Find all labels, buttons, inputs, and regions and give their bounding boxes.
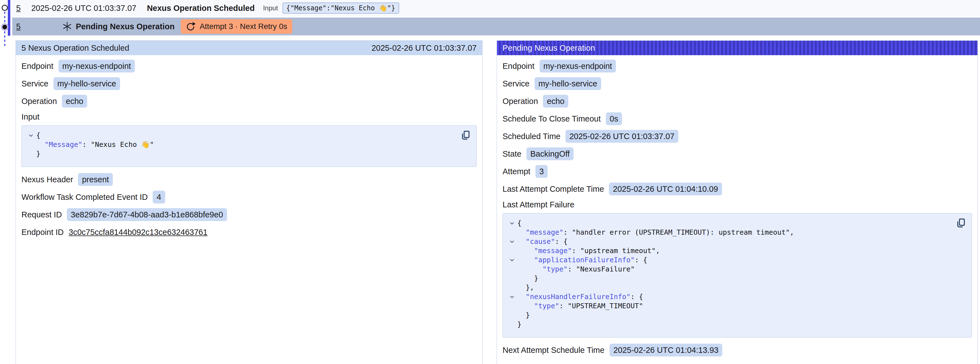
event-open-dot-icon: [2, 5, 8, 11]
field-value-badge: 3e829b7e-7d67-4b08-aad3-b1e868bfe9e0: [67, 208, 227, 221]
panel-body: Endpointmy-nexus-endpointServicemy-hello…: [16, 55, 482, 239]
event-input-label: Input: [263, 4, 278, 12]
code-text: {: [36, 131, 40, 139]
json-key: "Message": [45, 140, 82, 148]
event-title: Nexus Operation Scheduled: [147, 4, 255, 13]
field-label: Workflow Task Completed Event ID: [21, 193, 148, 202]
panel-pending-nexus-operation: Pending Nexus Operation Endpointmy-nexus…: [497, 40, 978, 364]
field-label: Input: [21, 112, 477, 121]
code-line: "Message": "Nexus Echo 👋": [25, 140, 457, 149]
json-key: "message": [534, 247, 572, 255]
field-attempt: Attempt3: [503, 165, 972, 178]
field-value-badge: 4: [153, 191, 165, 203]
field-label: Endpoint ID: [21, 228, 64, 237]
json-key: "cause": [526, 238, 555, 246]
field-state: StateBackingOff: [503, 147, 972, 160]
panel-header-pending: Pending Nexus Operation: [497, 41, 977, 55]
event-row-pending-nexus-operation[interactable]: 5 Pending Nexus Operation Attempt 3 · Ne…: [12, 18, 980, 35]
event-active-dot-icon: [3, 25, 7, 30]
code-text: "message": "handler error (UPSTREAM_TIME…: [517, 228, 794, 236]
collapse-chevron-icon[interactable]: [507, 220, 517, 226]
field-label: Schedule To Close Timeout: [503, 114, 601, 123]
field-scheduled-time: Scheduled Time2025-02-26 UTC 01:03:37.07: [503, 130, 972, 143]
field-label: Attempt: [503, 167, 530, 176]
code-line: "message": "handler error (UPSTREAM_TIME…: [507, 228, 952, 237]
json-key: "nexusHandlerFailureInfo": [526, 293, 630, 301]
field-label: Endpoint: [503, 62, 535, 71]
json-key: "applicationFailureInfo": [534, 256, 635, 264]
event-detail-panels: 5 Nexus Operation Scheduled 2025-02-26 U…: [16, 40, 978, 364]
collapse-chevron-icon[interactable]: [507, 257, 517, 263]
field-label: Next Attempt Schedule Time: [503, 346, 605, 355]
field-nexus-header: Nexus Headerpresent: [21, 173, 477, 186]
code-line: "nexusHandlerFailureInfo": {: [507, 292, 952, 301]
field-value-badge: 0s: [606, 112, 622, 125]
code-line: "type": "UPSTREAM_TIMEOUT": [507, 301, 952, 310]
code-line: "type": "NexusFailure": [507, 265, 952, 274]
field-value-badge: 2025-02-26 UTC 01:03:37.07: [565, 130, 678, 143]
code-text: },: [517, 283, 534, 292]
field-endpoint-id: Endpoint ID3c0c75ccfa8144b092c13ce632463…: [21, 226, 477, 239]
field-value-badge: 2025-02-26 UTC 01:04:10.09: [609, 182, 722, 195]
event-id-link[interactable]: 5: [16, 4, 21, 13]
collapse-chevron-icon[interactable]: [25, 133, 36, 138]
code-text: {: [517, 219, 522, 227]
field-value-badge: echo: [543, 95, 568, 108]
code-line: },: [507, 283, 952, 292]
code-line: {: [25, 131, 457, 140]
field-value-badge: 3: [535, 165, 548, 178]
json-key: "type": [542, 265, 568, 273]
field-endpoint: Endpointmy-nexus-endpoint: [503, 60, 972, 72]
field-label: Scheduled Time: [503, 132, 560, 141]
field-last-attempt-failure: Last Attempt Failure{ "message": "handle…: [503, 200, 972, 337]
field-label: State: [503, 149, 522, 159]
event-time: 2025-02-26 UTC 01:03:37.07: [31, 4, 136, 13]
timeline-bar: [8, 0, 10, 36]
json-viewer-input: { "Message": "Nexus Echo 👋"}: [21, 125, 477, 167]
panel-title: 5 Nexus Operation Scheduled: [21, 43, 129, 53]
field-request-id: Request ID3e829b7e-7d67-4b08-aad3-b1e868…: [21, 208, 477, 221]
field-label: Last Attempt Failure: [503, 200, 972, 209]
code-line: }: [507, 310, 952, 320]
event-input-value-chip: {"Message":"Nexus Echo 👋"}: [282, 3, 399, 14]
field-label: Service: [503, 79, 530, 88]
field-operation: Operationecho: [21, 95, 477, 108]
copy-icon[interactable]: [460, 129, 471, 141]
copy-icon[interactable]: [956, 217, 967, 228]
code-text: }: [517, 311, 530, 319]
code-text: "type": "NexusFailure": [517, 265, 635, 273]
field-value-badge: my-hello-service: [535, 77, 601, 90]
retry-icon: [186, 21, 196, 32]
field-value-badge: my-nexus-endpoint: [539, 60, 616, 72]
code-text: "cause": {: [517, 238, 568, 246]
attempt-retry-text: Attempt 3 · Next Retry 0s: [200, 22, 287, 31]
field-service: Servicemy-hello-service: [21, 77, 477, 90]
field-input: Input{ "Message": "Nexus Echo 👋"}: [21, 112, 477, 167]
event-row-nexus-operation-scheduled[interactable]: 5 2025-02-26 UTC 01:03:37.07 Nexus Opera…: [12, 0, 980, 16]
field-workflow-task-completed-event-id: Workflow Task Completed Event ID4: [21, 191, 477, 203]
field-label: Last Attempt Complete Time: [503, 185, 604, 194]
code-line: }: [507, 274, 952, 283]
panel-nexus-operation-scheduled: 5 Nexus Operation Scheduled 2025-02-26 U…: [16, 40, 482, 364]
field-value-badge: present: [78, 173, 113, 186]
json-key: "message": [526, 228, 563, 236]
timeline-gutter: [0, 0, 13, 47]
field-operation: Operationecho: [503, 95, 972, 108]
collapse-chevron-icon[interactable]: [507, 239, 517, 244]
pending-asterisk-icon: [62, 22, 72, 31]
collapse-chevron-icon[interactable]: [507, 294, 517, 300]
field-label: Endpoint: [21, 62, 54, 71]
code-text: "nexusHandlerFailureInfo": {: [517, 293, 643, 301]
code-line: {: [507, 219, 952, 228]
panel-header: 5 Nexus Operation Scheduled 2025-02-26 U…: [16, 41, 482, 55]
code-text: "applicationFailureInfo": {: [517, 256, 648, 264]
event-title: Pending Nexus Operation: [76, 22, 175, 31]
event-id-link[interactable]: 5: [16, 22, 21, 31]
json-viewer-last-attempt-failure: { "message": "handler error (UPSTREAM_TI…: [503, 213, 972, 337]
field-value-link[interactable]: 3c0c75ccfa8144b092c13ce632463761: [69, 228, 208, 237]
field-value-badge: my-nexus-endpoint: [59, 60, 135, 72]
field-service: Servicemy-hello-service: [503, 77, 972, 90]
field-value-badge: my-hello-service: [54, 77, 120, 90]
code-line: "message": "upstream timeout",: [507, 246, 952, 255]
code-line: "applicationFailureInfo": {: [507, 255, 952, 265]
